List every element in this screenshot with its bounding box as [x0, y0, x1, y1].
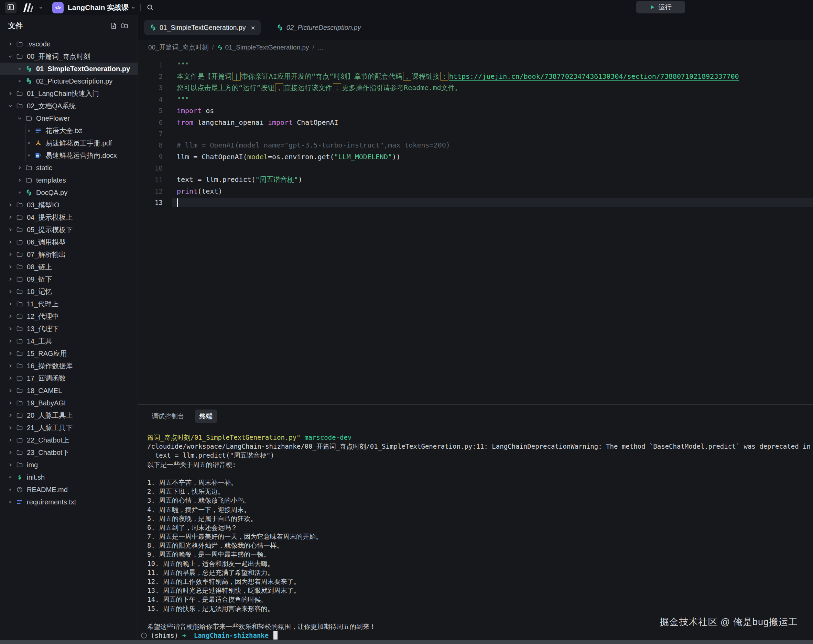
code-editor[interactable]: 1"""2本文件是【开篇词｜带你亲证AI应用开发的“奇点”时刻】章节的配套代码，…: [138, 55, 813, 209]
breadcrumb-item[interactable]: ...: [318, 44, 323, 51]
panel-tab[interactable]: 终端: [195, 409, 217, 423]
chevron-right-icon[interactable]: [8, 339, 13, 343]
tree-item[interactable]: 09_链下: [0, 273, 138, 285]
search-icon[interactable]: [146, 3, 154, 12]
chevron-right-icon[interactable]: [8, 400, 13, 405]
chevron-right-icon[interactable]: [8, 376, 13, 380]
chevron-right-icon[interactable]: [8, 463, 13, 467]
chevron-right-icon[interactable]: [8, 314, 13, 319]
tree-item[interactable]: 02_PictureDescription.py: [0, 75, 138, 87]
chevron-right-icon[interactable]: [17, 178, 22, 182]
tree-item[interactable]: 08_链上: [0, 261, 138, 273]
tree-item[interactable]: OneFlower: [0, 112, 138, 124]
chevron-right-icon[interactable]: [17, 166, 22, 170]
tree-item[interactable]: 21_人脉工具下: [0, 422, 138, 434]
terminal-cursor: [273, 631, 278, 639]
tree-item[interactable]: 14_工具: [0, 335, 138, 347]
chevron-right-icon[interactable]: [8, 425, 13, 430]
chevron-right-icon[interactable]: [8, 227, 13, 232]
dot-icon: [9, 476, 12, 478]
tree-item[interactable]: W易速鲜花运营指南.docx: [0, 149, 138, 162]
chevron-right-icon[interactable]: [8, 202, 13, 207]
sidebar-toggle-button[interactable]: [5, 2, 17, 14]
new-folder-icon[interactable]: [121, 22, 128, 29]
tree-item[interactable]: 05_提示模板下: [0, 224, 138, 236]
tree-item[interactable]: 23_Chatbot下: [0, 446, 138, 458]
dot-icon: [18, 191, 21, 194]
tree-item[interactable]: 01_SimpleTextGeneration.py: [0, 63, 138, 75]
tree-item[interactable]: 07_解析输出: [0, 248, 138, 261]
chevron-right-icon[interactable]: [8, 289, 13, 294]
tree-item[interactable]: img: [0, 458, 138, 471]
chevron-right-icon[interactable]: [8, 413, 13, 418]
chevron-right-icon[interactable]: [8, 326, 13, 331]
tree-item[interactable]: 12_代理中: [0, 310, 138, 322]
breadcrumb-item[interactable]: 01_SimpleTextGeneration.py: [225, 44, 309, 51]
folder-icon: [16, 350, 23, 357]
tree-item[interactable]: 13_代理下: [0, 322, 138, 335]
tree-item[interactable]: 00_开篇词_奇点时刻: [0, 50, 138, 63]
line-number: 12: [138, 187, 163, 195]
tree-item[interactable]: 17_回调函数: [0, 372, 138, 385]
sh-icon: $: [16, 474, 23, 481]
chevron-right-icon[interactable]: [8, 91, 13, 96]
tree-item[interactable]: 03_模型IO: [0, 199, 138, 211]
tree-item[interactable]: 19_BabyAGI: [0, 397, 138, 409]
tree-item[interactable]: ?README.md: [0, 483, 138, 496]
tree-item[interactable]: DocQA.py: [0, 186, 138, 199]
panel-tab[interactable]: 调试控制台: [147, 409, 189, 423]
chevron-right-icon[interactable]: [8, 252, 13, 257]
breadcrumb-item[interactable]: 00_开篇词_奇点时刻: [148, 43, 209, 52]
tree-item[interactable]: 11_代理上: [0, 298, 138, 310]
tree-item[interactable]: $init.sh: [0, 471, 138, 483]
chevron-right-icon[interactable]: [8, 264, 13, 269]
chevron-down-icon[interactable]: [8, 54, 13, 59]
terminal-line: 10. 周五的晚上，适合和朋友一起出去嗨。: [147, 559, 813, 568]
tree-item[interactable]: 20_人脉工具上: [0, 409, 138, 422]
tree-item[interactable]: 18_CAMEL: [0, 385, 138, 397]
chevron-right-icon[interactable]: [8, 277, 13, 282]
tree-item[interactable]: 04_提示模板上: [0, 211, 138, 224]
code-line: 8# llm = OpenAI(model_name="gpt-3.5-turb…: [138, 140, 813, 151]
tree-item[interactable]: 02_文档QA系统: [0, 100, 138, 112]
chevron-right-icon[interactable]: [8, 41, 13, 46]
terminal-output[interactable]: 篇词_奇点时刻/01_SimpleTextGeneration.py" mars…: [138, 433, 813, 640]
tree-item[interactable]: requirements.txt: [0, 496, 138, 508]
tree-item[interactable]: 06_调用模型: [0, 236, 138, 248]
chevron-down-icon[interactable]: [17, 116, 22, 121]
chevron-down-icon[interactable]: [38, 5, 43, 10]
tree-item[interactable]: 16_操作数据库: [0, 360, 138, 372]
editor-tab[interactable]: 02_PictureDescription.py: [271, 20, 367, 35]
tree-item[interactable]: 花语大全.txt: [0, 124, 138, 137]
terminal-line: text = llm.predict("周五谐音梗"): [147, 451, 813, 460]
marscode-logo-icon[interactable]: [22, 2, 37, 13]
tree-item[interactable]: templates: [0, 174, 138, 186]
chevron-right-icon[interactable]: [8, 438, 13, 443]
chevron-right-icon[interactable]: [8, 240, 13, 244]
chevron-right-icon[interactable]: [8, 302, 13, 307]
chevron-right-icon[interactable]: [8, 351, 13, 356]
tree-item[interactable]: 22_Chatbot上: [0, 434, 138, 446]
chevron-right-icon[interactable]: [8, 215, 13, 220]
tree-item-label: 23_Chatbot下: [27, 448, 69, 457]
workspace-title[interactable]: LangChain 实战课: [68, 3, 129, 12]
tree-item-label: 14_工具: [27, 337, 52, 346]
horizontal-scrollbar[interactable]: [0, 640, 813, 644]
chevron-down-icon[interactable]: [131, 5, 135, 10]
run-button[interactable]: 运行: [636, 1, 685, 14]
chevron-down-icon[interactable]: [8, 103, 13, 108]
tree-item[interactable]: 10_记忆: [0, 285, 138, 298]
tree-item[interactable]: 01_LangChain快速入门: [0, 87, 138, 100]
chevron-right-icon[interactable]: [8, 450, 13, 455]
python-icon: [25, 65, 32, 72]
tree-item[interactable]: 15_RAG应用: [0, 347, 138, 360]
new-file-icon[interactable]: [110, 22, 117, 29]
editor-tab[interactable]: 01_SimpleTextGeneration.py×: [144, 20, 261, 35]
tree-item-label: 17_回调函数: [27, 374, 66, 383]
tree-item[interactable]: .vscode: [0, 38, 138, 50]
close-icon[interactable]: ×: [251, 24, 255, 31]
tree-item[interactable]: static: [0, 162, 138, 174]
tree-item[interactable]: 易速鲜花员工手册.pdf: [0, 137, 138, 149]
chevron-right-icon[interactable]: [8, 388, 13, 393]
chevron-right-icon[interactable]: [8, 363, 13, 368]
